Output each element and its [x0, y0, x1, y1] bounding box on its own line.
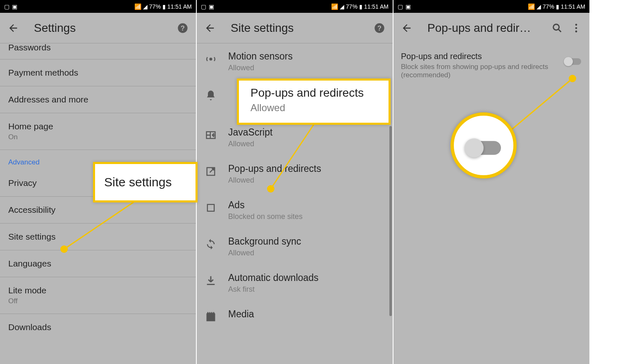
scrollbar[interactable] [389, 126, 392, 316]
site-item-automatic-downloads[interactable]: Automatic downloadsAsk first [197, 265, 393, 301]
help-icon[interactable]: ? [374, 22, 385, 34]
zoomed-switch [465, 138, 503, 158]
svg-point-4 [210, 58, 212, 61]
site-item-background-sync[interactable]: Background syncAllowed [197, 228, 393, 265]
image-icon: ▢ [201, 3, 206, 10]
wifi-icon: 📶 [331, 3, 338, 10]
popup-row-sub: Block sites from showing pop-ups and red… [401, 63, 558, 79]
appbar: Settings ? [0, 13, 196, 43]
appbar: Site settings ? [197, 13, 393, 43]
site-item-media[interactable]: Media [197, 301, 393, 330]
battery-pct: 77% [543, 3, 554, 10]
settings-item-home-page[interactable]: Home page On [0, 113, 196, 150]
svg-point-9 [575, 24, 577, 26]
battery-pct: 77% [346, 3, 358, 10]
svg-point-8 [553, 24, 559, 30]
battery-saver-icon: ▣ [209, 3, 214, 10]
settings-item-passwords[interactable]: Passwords [0, 43, 196, 59]
signal-icon: ◢ [340, 3, 344, 10]
bell-icon [205, 90, 217, 101]
status-bar: ▢ ▣ 📶 ◢ 77% ▮ 11:51 AM [0, 0, 196, 13]
settings-item-addresses[interactable]: Addresses and more [0, 86, 196, 113]
page-title: Pop-ups and redir… [427, 21, 544, 35]
signal-icon: ◢ [143, 3, 148, 10]
site-item-popups[interactable]: Pop-ups and redirectsAllowed [197, 156, 393, 192]
image-icon: ▢ [398, 3, 403, 10]
back-icon[interactable] [7, 22, 19, 34]
battery-saver-icon: ▣ [12, 3, 17, 10]
battery-pct: 77% [149, 3, 161, 10]
search-icon[interactable] [551, 22, 563, 34]
download-icon [205, 275, 217, 286]
page-title: Site settings [231, 21, 366, 35]
page-title: Settings [34, 21, 169, 35]
popup-switch[interactable] [564, 57, 582, 67]
battery-icon: ▮ [556, 3, 559, 10]
svg-point-11 [575, 31, 577, 33]
status-bar: ▢ ▣ 📶 ◢ 77% ▮ 11:51 AM [197, 0, 393, 13]
battery-icon: ▮ [359, 3, 362, 10]
appbar: Pop-ups and redir… [393, 13, 589, 43]
settings-item-site-settings[interactable]: Site settings [0, 224, 196, 250]
site-item-motion-sensors[interactable]: Motion sensorsAllowed [197, 43, 393, 80]
wifi-icon: 📶 [528, 3, 535, 10]
svg-rect-7 [207, 205, 214, 211]
clock: 11:51 AM [561, 3, 585, 10]
wifi-icon: 📶 [134, 3, 141, 10]
svg-text:?: ? [181, 24, 185, 31]
status-bar: ▢ ▣ 📶 ◢ 77% ▮ 11:51 AM [393, 0, 589, 13]
popup-toggle-row[interactable]: Pop-ups and redirects Block sites from s… [393, 43, 589, 88]
image-icon: ▢ [4, 3, 10, 10]
media-icon [205, 311, 217, 323]
help-icon[interactable]: ? [177, 22, 188, 34]
back-icon[interactable] [204, 22, 216, 34]
settings-item-payment-methods[interactable]: Payment methods [0, 59, 196, 86]
battery-icon: ▮ [162, 3, 166, 10]
clock: 11:51 AM [364, 3, 389, 10]
callout-dot [267, 185, 274, 193]
site-item-javascript[interactable]: JavaScriptAllowed [197, 119, 393, 156]
back-icon[interactable] [401, 22, 413, 34]
javascript-icon [205, 129, 217, 141]
phone-3-popups: ▢ ▣ 📶 ◢ 77% ▮ 11:51 AM Pop-ups and redir… [393, 0, 590, 364]
clock: 11:51 AM [167, 3, 192, 10]
callout-dot [569, 75, 576, 82]
motion-icon [205, 53, 217, 65]
popup-row-label: Pop-ups and redirects [401, 52, 558, 61]
settings-item-lite-mode[interactable]: Lite mode Off [0, 277, 196, 314]
site-item-ads[interactable]: AdsBlocked on some sites [197, 192, 393, 228]
settings-item-downloads[interactable]: Downloads [0, 314, 196, 340]
ads-icon [205, 202, 217, 214]
callout-dot [60, 245, 68, 253]
signal-icon: ◢ [537, 3, 541, 10]
battery-saver-icon: ▣ [405, 3, 411, 10]
callout-popups: Pop-ups and redirects Allowed [237, 79, 391, 125]
settings-item-languages[interactable]: Languages [0, 250, 196, 277]
phone-2-site-settings: ▢ ▣ 📶 ◢ 77% ▮ 11:51 AM Site settings ? M… [197, 0, 393, 364]
callout-zoom-switch [451, 112, 517, 178]
popup-icon [205, 166, 217, 177]
more-icon[interactable] [570, 22, 582, 34]
svg-point-10 [575, 27, 577, 29]
sync-icon [205, 238, 217, 250]
callout-site-settings: Site settings [93, 162, 198, 202]
svg-text:?: ? [377, 24, 382, 31]
